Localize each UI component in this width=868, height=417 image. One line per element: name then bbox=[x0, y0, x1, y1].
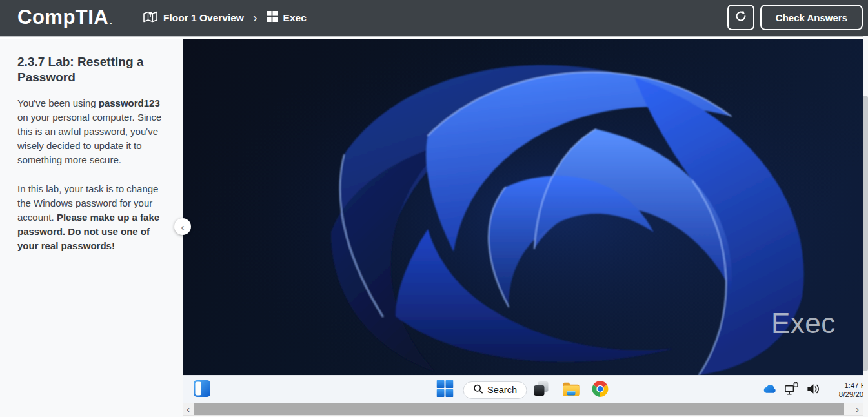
windows-icon bbox=[267, 11, 278, 25]
taskbar-center-icons: Search bbox=[437, 376, 609, 403]
comptia-logo: CompTIA . bbox=[17, 6, 112, 29]
file-explorer-icon bbox=[563, 381, 580, 399]
widgets-button[interactable] bbox=[194, 381, 210, 398]
breadcrumb-floor-overview[interactable]: Floor 1 Overview bbox=[143, 10, 244, 26]
clock-time: 1:47 PM bbox=[829, 381, 863, 390]
start-button[interactable] bbox=[437, 380, 454, 400]
cloud-icon bbox=[763, 383, 778, 396]
refresh-button[interactable] bbox=[727, 5, 754, 30]
scroll-left-arrow[interactable]: ‹ bbox=[183, 403, 194, 415]
windows-taskbar: Search bbox=[183, 375, 863, 403]
chrome-icon bbox=[592, 380, 609, 400]
ethernet-network-icon bbox=[784, 381, 799, 399]
scroll-right-arrow[interactable]: › bbox=[852, 403, 863, 415]
logo-text: CompTIA bbox=[17, 6, 108, 29]
system-tray: 1:47 PM 8/29/2025 bbox=[763, 376, 863, 403]
lab-paragraph-2: In this lab, your task is to change the … bbox=[17, 182, 172, 253]
network-button[interactable] bbox=[784, 381, 799, 399]
taskbar-clock[interactable]: 1:47 PM 8/29/2025 bbox=[829, 381, 863, 399]
search-icon bbox=[473, 384, 483, 396]
task-view-button[interactable] bbox=[533, 380, 550, 400]
search-label: Search bbox=[487, 385, 517, 395]
machine-name-watermark: Exec bbox=[771, 307, 836, 340]
breadcrumb-exec[interactable]: Exec bbox=[267, 11, 307, 25]
windows11-bloom-wallpaper[interactable] bbox=[183, 39, 863, 375]
horizontal-scrollbar-thumb[interactable] bbox=[194, 403, 844, 415]
clock-date: 8/29/2025 bbox=[829, 390, 863, 399]
chrome-button[interactable] bbox=[592, 380, 609, 400]
lab-title: 2.3.7 Lab: Resetting a Password bbox=[17, 54, 172, 85]
top-header: CompTIA . Floor 1 Overview › bbox=[0, 0, 868, 36]
refresh-icon bbox=[734, 9, 748, 26]
windows-start-icon bbox=[437, 380, 454, 400]
widgets-icon bbox=[194, 380, 210, 400]
horizontal-scrollbar[interactable]: ‹ › bbox=[183, 403, 863, 415]
chevron-left-icon: ‹ bbox=[181, 221, 185, 232]
vertical-scrollbar-thumb[interactable] bbox=[863, 96, 868, 371]
map-icon bbox=[143, 10, 157, 26]
logo-trademark-dot: . bbox=[110, 17, 112, 26]
breadcrumb: Floor 1 Overview › Exec bbox=[143, 0, 307, 36]
header-actions: Check Answers bbox=[727, 5, 863, 30]
task-view-icon bbox=[533, 380, 550, 400]
check-answers-button[interactable]: Check Answers bbox=[760, 5, 863, 30]
onedrive-button[interactable] bbox=[763, 383, 778, 396]
taskbar-search[interactable]: Search bbox=[463, 381, 527, 399]
breadcrumb-room-label: Exec bbox=[283, 12, 307, 24]
vertical-scrollbar[interactable] bbox=[863, 36, 868, 417]
lab-instructions-panel: 2.3.7 Lab: Resetting a Password You've b… bbox=[0, 39, 183, 417]
sidebar-collapse-button[interactable]: ‹ bbox=[174, 218, 191, 235]
vm-desktop-screen[interactable]: Exec bbox=[183, 39, 863, 403]
volume-icon bbox=[805, 381, 820, 399]
file-explorer-button[interactable] bbox=[563, 381, 580, 399]
breadcrumb-floor-label: Floor 1 Overview bbox=[163, 12, 244, 24]
chevron-right-icon: › bbox=[253, 10, 257, 25]
lab-paragraph-1: You've been using password123 on your pe… bbox=[17, 96, 172, 167]
app-window: CompTIA . Floor 1 Overview › bbox=[0, 0, 868, 417]
volume-button[interactable] bbox=[805, 381, 820, 399]
